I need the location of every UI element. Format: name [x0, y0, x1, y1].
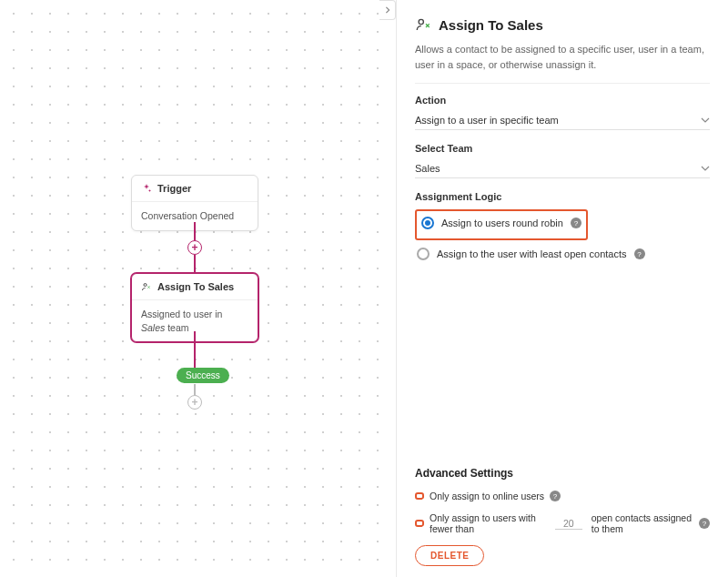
- help-icon[interactable]: ?: [634, 248, 645, 259]
- svg-point-1: [419, 19, 423, 24]
- assign-icon: [141, 281, 152, 292]
- logic-label: Assignment Logic: [415, 191, 710, 202]
- chevron-down-icon: [701, 116, 710, 125]
- chevron-right-icon: [384, 6, 391, 14]
- success-badge: Success: [177, 368, 229, 383]
- panel-title: Assign To Sales: [439, 17, 543, 33]
- chevron-down-icon: [701, 164, 710, 173]
- radio-indicator: [417, 248, 430, 260]
- team-select[interactable]: Sales: [415, 159, 710, 178]
- collapse-panel-button[interactable]: [379, 0, 396, 20]
- action-label: Action: [415, 95, 710, 106]
- radio-round-robin[interactable]: Assign to users round robin ?: [420, 213, 583, 233]
- delete-button[interactable]: DELETE: [415, 545, 484, 566]
- assign-icon: [415, 16, 431, 33]
- node-trigger-title: Trigger: [157, 183, 191, 194]
- action-select[interactable]: Assign to a user in specific team: [415, 111, 710, 130]
- team-label: Select Team: [415, 143, 710, 154]
- add-node-button[interactable]: +: [187, 240, 202, 255]
- advanced-settings-title: Advanced Settings: [415, 467, 710, 480]
- edge: [194, 222, 196, 242]
- help-icon[interactable]: ?: [571, 218, 581, 228]
- sparkle-icon: [141, 183, 152, 194]
- workflow-canvas[interactable]: Trigger Conversation Opened + Assign To …: [0, 0, 379, 577]
- radio-least-open[interactable]: Assign to the user with least open conta…: [415, 244, 710, 264]
- fewer-than-input[interactable]: [555, 518, 582, 530]
- node-assign-title: Assign To Sales: [157, 281, 234, 292]
- help-icon[interactable]: ?: [550, 491, 561, 501]
- edge: [194, 331, 196, 368]
- help-icon[interactable]: ?: [699, 518, 710, 529]
- edge: [194, 255, 196, 273]
- details-panel: Assign To Sales Allows a contact to be a…: [396, 0, 728, 577]
- radio-indicator: [421, 217, 434, 229]
- divider: [415, 83, 710, 84]
- add-node-button[interactable]: +: [187, 395, 202, 410]
- toggle-online-label: Only assign to online users: [430, 491, 544, 501]
- panel-description: Allows a contact to be assigned to a spe…: [415, 42, 710, 72]
- svg-point-0: [144, 284, 147, 287]
